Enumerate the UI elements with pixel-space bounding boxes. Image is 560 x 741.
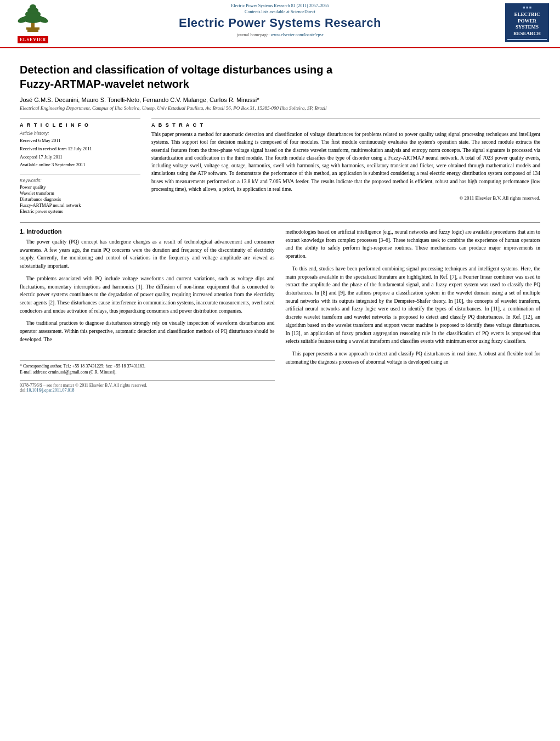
footnote-section: * Corresponding author. Tel.: +55 18 374… (20, 360, 275, 375)
epsr-logo: ■ ■ ■ ELECTRIC POWER SYSTEMS RESEARCH (505, 3, 549, 42)
journal-top-info: Electric Power Systems Research 81 (2011… (60, 3, 500, 8)
elsevier-tree-icon (11, 3, 55, 36)
article-info-box: A R T I C L E I N F O Article history: R… (20, 118, 140, 168)
left-column: A R T I C L E I N F O Article history: R… (20, 118, 140, 214)
received-date: Received 6 May 2011 (20, 137, 140, 144)
body-para-right-2: To this end, studies have been performed… (286, 265, 541, 346)
affiliation: Electrical Engineering Department, Campu… (20, 105, 540, 111)
body-para-right-3: This paper presents a new approach to de… (286, 350, 541, 366)
section1-heading: 1. Introduction (20, 228, 275, 235)
article-body: 1. Introduction The power quality (PQ) c… (20, 222, 540, 393)
abstract-section: A B S T R A C T This paper presents a me… (151, 118, 540, 201)
right-column: A B S T R A C T This paper presents a me… (151, 118, 540, 214)
body-left-column: 1. Introduction The power quality (PQ) c… (20, 228, 275, 393)
article-history-label: Article history: (20, 131, 140, 136)
article-info-abstract-section: A R T I C L E I N F O Article history: R… (20, 118, 540, 214)
header-center: Electric Power Systems Research 81 (2011… (55, 3, 505, 39)
keywords-label: Keywords: (20, 178, 140, 183)
abstract-text: This paper presents a method for automat… (151, 131, 540, 193)
keyword-1: Power quality (20, 184, 140, 190)
journal-homepage: journal homepage: www.elsevier.com/locat… (60, 32, 500, 37)
svg-rect-1 (27, 30, 38, 32)
footer-bottom: 0378-7796/$ – see front matter © 2011 El… (20, 380, 275, 393)
available-date: Available online 3 September 2011 (20, 161, 140, 168)
sciencedirect-link: Contents lists available at ScienceDirec… (60, 9, 500, 14)
corresponding-author-note: * Corresponding author. Tel.: +55 18 374… (20, 364, 275, 369)
keywords-section: Keywords: Power quality Wavelet transfor… (20, 174, 140, 214)
article-info-label: A R T I C L E I N F O (20, 122, 140, 128)
doi-line: doi:10.1016/j.epsr.2011.07.018 (20, 388, 275, 393)
issn-line: 0378-7796/$ – see front matter © 2011 El… (20, 383, 275, 388)
body-para-2: The problems associated with PQ include … (20, 275, 275, 315)
keyword-4: Fuzzy-ARTMAP neural network (20, 202, 140, 208)
keyword-5: Electric power systems (20, 208, 140, 214)
elsevier-logo: ELSEVIER (11, 3, 55, 47)
body-right-column: methodologies based on artificial intell… (286, 228, 541, 393)
body-para-3: The traditional practices to diagnose di… (20, 319, 275, 343)
svg-point-7 (30, 4, 36, 10)
body-para-right-1: methodologies based on artificial intell… (286, 228, 541, 261)
article-content: Detection and classification of voltage … (0, 48, 560, 398)
body-para-1: The power quality (PQ) concept has under… (20, 238, 275, 270)
email-note: E-mail address: crminussi@gmail.com (C.R… (20, 370, 275, 375)
journal-title: Electric Power Systems Research (60, 16, 500, 30)
abstract-label: A B S T R A C T (151, 122, 540, 128)
article-title: Detection and classification of voltage … (20, 63, 540, 91)
journal-header: ELSEVIER Electric Power Systems Research… (0, 0, 560, 48)
copyright-text: © 2011 Elsevier B.V. All rights reserved… (151, 195, 540, 201)
elsevier-wordmark: ELSEVIER (18, 36, 48, 43)
authors: José G.M.S. Decanini, Mauro S. Tonelli-N… (20, 97, 540, 103)
revised-date: Received in revised form 12 July 2011 (20, 145, 140, 152)
keyword-2: Wavelet transform (20, 190, 140, 196)
keyword-3: Disturbance diagnosis (20, 196, 140, 202)
accepted-date: Accepted 17 July 2011 (20, 154, 140, 161)
